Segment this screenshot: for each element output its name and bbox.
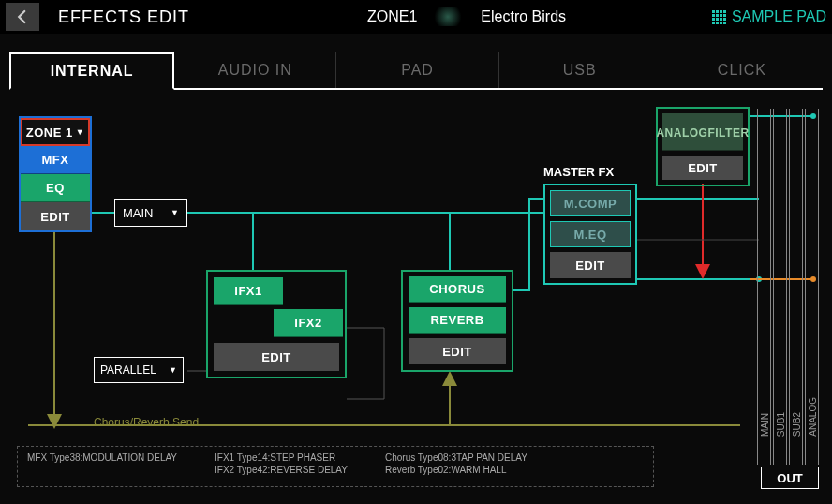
- routing-canvas: ZONE 1 ▼ MFX EQ EDIT MAIN ▼ PARALLEL ▼ I…: [9, 99, 823, 493]
- main-output-selector[interactable]: MAIN ▼: [114, 199, 187, 227]
- out-main[interactable]: MAIN: [757, 109, 771, 465]
- zone-block: ZONE 1 ▼ MFX EQ EDIT: [19, 116, 92, 232]
- tab-pad[interactable]: PAD: [336, 52, 498, 88]
- screen-title: EFFECTS EDIT: [58, 7, 189, 27]
- out-sub2-label: SUB2: [791, 412, 801, 437]
- zone-edit-button[interactable]: EDIT: [21, 202, 90, 230]
- fx-info-box: MFX Type38:MODULATION DELAY IFX1 Type14:…: [17, 446, 654, 487]
- master-fx-block: M.COMP M.EQ EDIT: [543, 184, 637, 285]
- sample-pad-label: SAMPLE PAD: [732, 8, 826, 25]
- info-chorus: Chorus Type08:3TAP PAN DELAY: [385, 452, 527, 463]
- tab-audio-in[interactable]: AUDIO IN: [174, 52, 336, 88]
- patch-name: Electro Birds: [481, 8, 566, 25]
- reverb-button[interactable]: REVERB: [409, 307, 506, 334]
- arrow-left-icon: [14, 8, 31, 25]
- ifx2-button[interactable]: IFX2: [274, 309, 343, 337]
- analog-filter-line1: ANALOG: [656, 126, 707, 141]
- parallel-selector-label: PARALLEL: [100, 363, 156, 377]
- ifx1-button[interactable]: IFX1: [214, 277, 283, 305]
- out-sub1[interactable]: SUB1: [773, 109, 787, 465]
- master-fx-edit-button[interactable]: EDIT: [550, 252, 631, 278]
- out-analog[interactable]: ANALOG: [805, 109, 819, 465]
- zone-mfx-button[interactable]: MFX: [21, 146, 90, 174]
- chevron-down-icon: ▼: [73, 127, 84, 137]
- zone-selector-label: ZONE 1: [26, 126, 73, 140]
- tab-internal[interactable]: INTERNAL: [9, 52, 174, 90]
- out-sub1-label: SUB1: [775, 412, 785, 437]
- info-ifx1: IFX1 Type14:STEP PHASER: [215, 452, 348, 463]
- cr-edit-button[interactable]: EDIT: [409, 338, 506, 364]
- out-main-label: MAIN: [759, 413, 769, 437]
- info-ifx2: IFX2 Type42:REVERSE DELAY: [215, 465, 348, 475]
- sample-pad-button[interactable]: SAMPLE PAD: [712, 8, 826, 25]
- chevron-down-icon: ▼: [171, 208, 179, 217]
- pad-grid-icon: [712, 10, 726, 24]
- back-button[interactable]: [6, 3, 39, 31]
- tab-bar: INTERNAL AUDIO IN PAD USB CLICK: [9, 52, 823, 90]
- out-analog-label: ANALOG: [807, 397, 817, 437]
- master-eq-button[interactable]: M.EQ: [550, 221, 631, 247]
- tab-click[interactable]: CLICK: [661, 52, 823, 88]
- send-label: Chorus/Reverb Send: [94, 416, 199, 429]
- output-strip: MAIN SUB1 SUB2 ANALOG: [757, 109, 819, 465]
- analog-filter-block: ANALOG FILTER EDIT: [656, 107, 750, 186]
- parallel-selector[interactable]: PARALLEL ▼: [94, 357, 184, 383]
- out-sub2[interactable]: SUB2: [789, 109, 803, 465]
- chevron-down-icon: ▼: [169, 365, 177, 375]
- chorus-reverb-block: CHORUS REVERB EDIT: [401, 270, 513, 372]
- out-label: OUT: [761, 467, 819, 489]
- ifx-block: IFX1 IFX2 EDIT: [206, 270, 347, 378]
- analog-filter-button[interactable]: ANALOG FILTER: [662, 113, 743, 151]
- patch-icon: [434, 7, 462, 26]
- zone-eq-button[interactable]: EQ: [21, 174, 90, 202]
- analog-filter-line2: FILTER: [707, 126, 749, 141]
- header-zone: ZONE1: [367, 8, 417, 25]
- zone-selector[interactable]: ZONE 1 ▼: [21, 118, 90, 146]
- chorus-button[interactable]: CHORUS: [409, 276, 506, 303]
- info-mfx: MFX Type38:MODULATION DELAY: [27, 452, 177, 463]
- tab-usb[interactable]: USB: [499, 52, 661, 88]
- analog-filter-edit-button[interactable]: EDIT: [662, 156, 743, 180]
- main-selector-label: MAIN: [123, 206, 154, 220]
- header-bar: EFFECTS EDIT ZONE1 Electro Birds SAMPLE …: [0, 0, 832, 34]
- info-reverb: Reverb Type02:WARM HALL: [385, 465, 527, 475]
- master-comp-button[interactable]: M.COMP: [550, 190, 631, 216]
- ifx-edit-button[interactable]: EDIT: [214, 343, 339, 371]
- master-fx-label: MASTER FX: [543, 165, 614, 179]
